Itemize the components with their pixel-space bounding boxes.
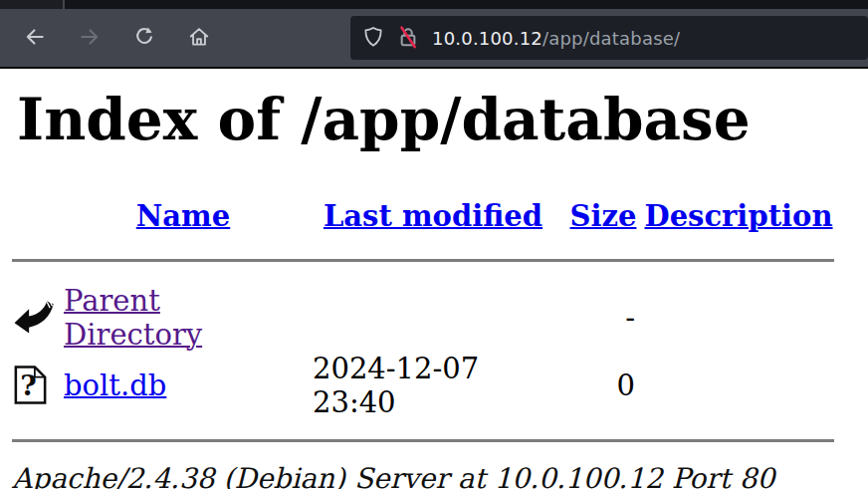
forward-icon — [79, 26, 101, 51]
header-icon-column — [12, 199, 64, 233]
browser-toolbar: 10.0.100.12/app/database/ — [0, 9, 868, 69]
header-divider-row — [12, 233, 834, 284]
listing-header-row: Name Last modified Size Description — [12, 199, 834, 233]
reload-button[interactable] — [123, 17, 165, 59]
size-cell: - — [563, 284, 643, 352]
description-cell — [643, 284, 834, 352]
reload-icon — [133, 26, 155, 51]
insecure-lock-slash-icon — [396, 25, 420, 52]
url-text: 10.0.100.12/app/database/ — [432, 28, 680, 49]
page-content: Index of /app/database Name Last modifie… — [0, 87, 868, 489]
column-header-last-modified[interactable]: Last modified — [324, 199, 542, 233]
active-tab-edge — [0, 0, 63, 9]
horizontal-rule-top — [12, 259, 834, 262]
footer-divider-row — [12, 419, 834, 442]
forward-button[interactable] — [69, 17, 110, 59]
parent-directory-back-arrow-icon — [12, 299, 64, 336]
url-bar[interactable]: 10.0.100.12/app/database/ — [350, 16, 868, 60]
url-path: /app/database/ — [542, 28, 680, 49]
table-row-parent-directory: Parent Directory - — [12, 284, 834, 352]
table-row-bolt-db: ? bolt.db 2024-12-07 23:40 0 — [12, 352, 834, 419]
horizontal-rule-bottom — [12, 439, 834, 442]
tab-strip — [0, 0, 868, 9]
description-cell — [643, 352, 834, 419]
tracking-shield-icon — [362, 26, 384, 51]
bolt-db-link[interactable]: bolt.db — [64, 368, 166, 402]
url-domain: 10.0.100.12 — [432, 28, 542, 49]
home-button[interactable] — [178, 17, 220, 59]
size-cell: 0 — [563, 352, 643, 419]
tracking-shield-button[interactable] — [362, 26, 384, 51]
column-header-description[interactable]: Description — [645, 199, 833, 233]
directory-listing-table: Name Last modified Size Description Pare… — [12, 199, 834, 442]
last-modified-cell: 2024-12-07 23:40 — [303, 352, 563, 419]
last-modified-cell — [303, 284, 563, 352]
column-header-size[interactable]: Size — [570, 199, 637, 233]
parent-directory-link[interactable]: Parent Directory — [64, 284, 202, 352]
back-button[interactable] — [14, 17, 56, 59]
unknown-file-question-mark-icon: ? — [12, 365, 64, 405]
svg-text:?: ? — [20, 368, 37, 402]
tab-divider — [63, 0, 65, 9]
insecure-lock-button[interactable] — [396, 25, 420, 52]
back-icon — [24, 26, 46, 51]
column-header-name[interactable]: Name — [136, 199, 230, 233]
server-signature: Apache/2.4.38 (Debian) Server at 10.0.10… — [12, 462, 868, 489]
page-title: Index of /app/database — [17, 87, 868, 153]
home-icon — [188, 26, 210, 51]
